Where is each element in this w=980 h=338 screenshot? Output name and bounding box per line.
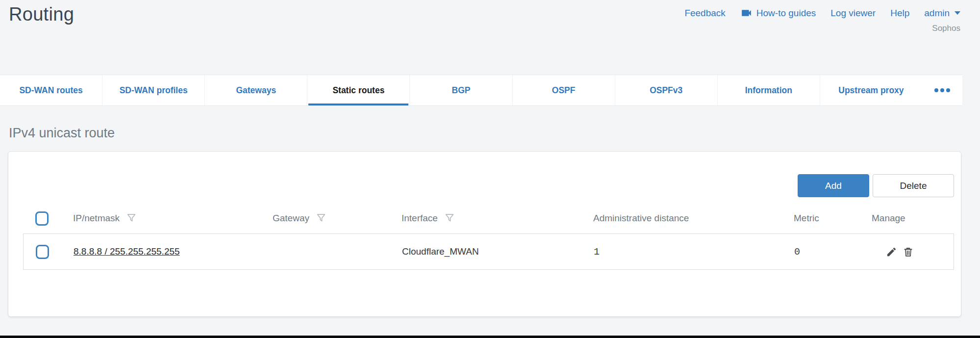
cell-admin-distance: 1 — [582, 246, 782, 258]
trash-icon — [903, 246, 914, 258]
tab-label: Information — [745, 85, 792, 96]
help-link[interactable]: Help — [890, 8, 909, 19]
tab-label: Upstream proxy — [838, 85, 904, 96]
edit-button[interactable] — [886, 246, 897, 258]
column-label: Manage — [872, 213, 905, 224]
ellipsis-icon — [934, 88, 938, 92]
row-checkbox[interactable] — [36, 245, 49, 259]
video-camera-icon — [740, 7, 753, 19]
tab-ospfv3[interactable]: OSPFv3 — [615, 75, 717, 105]
row-select-cell — [24, 245, 62, 259]
delete-button[interactable]: Delete — [873, 174, 954, 197]
column-label: Administrative distance — [593, 213, 689, 224]
column-header-ip-netmask: IP/netmask — [61, 213, 261, 224]
top-right-area: Feedback How-to guides Log viewer Help a… — [684, 7, 960, 33]
tab-ospf[interactable]: OSPF — [512, 75, 615, 105]
cell-interface: Cloudflare_MWAN — [390, 246, 582, 257]
tab-label: Gateways — [236, 85, 276, 96]
filter-icon[interactable] — [444, 213, 455, 224]
static-routes-card: Add Delete IP/netmask Gateway Interfac — [8, 151, 961, 317]
tab-sd-wan-profiles[interactable]: SD-WAN profiles — [102, 75, 204, 105]
column-label: Metric — [794, 213, 819, 224]
tab-overflow-button[interactable] — [922, 75, 962, 105]
pencil-icon — [886, 246, 897, 258]
ip-netmask-link[interactable]: 8.8.8.8 / 255.255.255.255 — [74, 246, 180, 257]
admin-menu[interactable]: admin — [924, 8, 960, 19]
ellipsis-icon — [946, 88, 950, 92]
cell-manage — [860, 246, 954, 258]
window-bottom-edge — [0, 336, 980, 338]
admin-menu-label: admin — [924, 8, 950, 19]
tab-label: SD-WAN profiles — [120, 85, 188, 96]
chevron-down-icon — [955, 11, 960, 15]
column-header-gateway: Gateway — [261, 213, 390, 224]
tab-static-routes[interactable]: Static routes — [307, 75, 409, 105]
column-label: Gateway — [273, 213, 309, 224]
tab-upstream-proxy[interactable]: Upstream proxy — [820, 75, 922, 105]
feedback-link-label: Feedback — [684, 8, 725, 19]
tab-label: OSPF — [552, 85, 576, 96]
routing-tabbar: SD-WAN routes SD-WAN profiles Gateways S… — [0, 75, 962, 106]
feedback-link[interactable]: Feedback — [684, 8, 725, 19]
help-label: Help — [890, 8, 909, 19]
select-all-cell — [23, 211, 61, 226]
how-to-guides-link[interactable]: How-to guides — [740, 7, 816, 19]
section-heading: IPv4 unicast route — [9, 126, 980, 141]
add-button[interactable]: Add — [798, 174, 869, 197]
tab-sd-wan-routes[interactable]: SD-WAN routes — [0, 75, 102, 105]
column-label: IP/netmask — [73, 213, 120, 224]
table-row: 8.8.8.8 / 255.255.255.255 Cloudflare_MWA… — [23, 234, 954, 270]
column-header-metric: Metric — [782, 213, 860, 224]
cell-ip-netmask: 8.8.8.8 / 255.255.255.255 — [62, 246, 261, 257]
tab-bgp[interactable]: BGP — [409, 75, 512, 105]
table-header-row: IP/netmask Gateway Interface Administrat… — [23, 203, 954, 234]
page-header: Routing Feedback How-to guides Log viewe… — [0, 0, 980, 75]
filter-icon[interactable] — [316, 213, 327, 224]
routing-page: Routing Feedback How-to guides Log viewe… — [0, 0, 980, 338]
column-header-interface: Interface — [390, 213, 581, 224]
tab-label: Static routes — [332, 85, 384, 96]
log-viewer-link[interactable]: Log viewer — [830, 8, 876, 19]
ellipsis-icon — [940, 88, 944, 92]
column-header-manage: Manage — [860, 213, 954, 224]
brand-label: Sophos — [684, 24, 960, 33]
table-toolbar: Add Delete — [23, 174, 954, 197]
filter-icon[interactable] — [126, 213, 137, 224]
tab-gateways[interactable]: Gateways — [204, 75, 307, 105]
tab-label: OSPFv3 — [650, 85, 682, 96]
tab-information[interactable]: Information — [717, 75, 820, 105]
tab-label: BGP — [452, 85, 471, 96]
cell-metric: 0 — [782, 246, 860, 258]
top-links: Feedback How-to guides Log viewer Help a… — [684, 7, 960, 19]
select-all-checkbox[interactable] — [35, 211, 49, 226]
column-header-admin-distance: Administrative distance — [581, 213, 782, 224]
delete-row-button[interactable] — [903, 246, 914, 258]
column-label: Interface — [402, 213, 438, 224]
log-viewer-label: Log viewer — [830, 8, 876, 19]
page-title: Routing — [9, 4, 74, 25]
how-to-guides-label: How-to guides — [756, 8, 816, 19]
tab-label: SD-WAN routes — [19, 85, 82, 96]
